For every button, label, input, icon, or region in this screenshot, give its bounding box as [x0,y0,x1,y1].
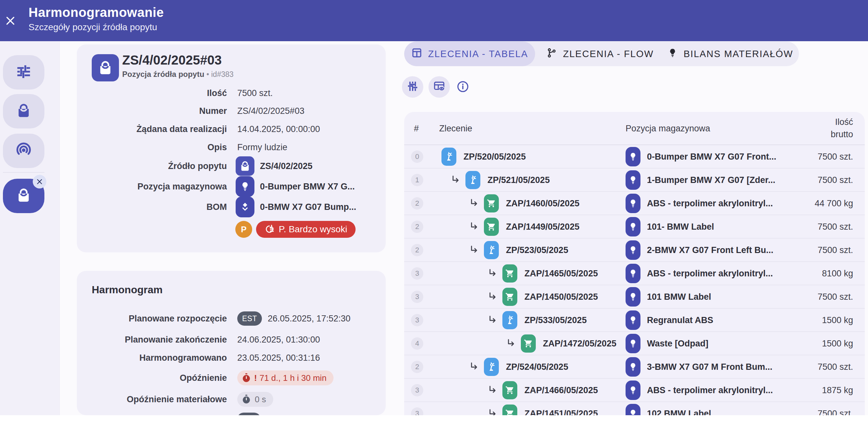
row-number-badge: 3 [411,407,423,415]
planned-end-row: Planowanie zakończenie 24.06.2025, 01:30… [77,331,386,349]
orders-table-header: # Zlecenie Pozycja magazynowa Ilość brut… [404,112,865,145]
tune-icon [15,63,32,81]
stock-item-icon [625,241,641,260]
order-number[interactable]: ZP/524/05/2025 [506,362,568,372]
planned-start-value: 26.05.2025, 17:52:30 [268,314,350,324]
stock-item-name[interactable]: ABS - terpolimer akrylonitryl... [647,385,773,395]
row-indent [441,203,469,204]
order-number[interactable]: ZP/523/05/2025 [506,245,568,255]
left-toolbar [0,41,60,415]
qty-brutto: 7500 szt. [817,238,853,262]
order-type-icon [502,381,517,399]
scheduling-modal: Harmonogramowanie Szczegóły pozycji źród… [0,0,868,423]
table-row[interactable]: 2 ZP/524/05/2025 3-BMW X7 G07 M Front Bu… [404,355,865,378]
bom-link[interactable]: 0-BMW X7 G07 Bump... [260,202,356,212]
stock-item-icon [625,357,641,376]
order-number[interactable]: ZAP/1449/05/2025 [506,222,580,232]
demand-item-icon [92,54,119,81]
col-header-num: # [414,123,419,134]
stock-item-name[interactable]: 0-Bumper BMW X7 G07 Front... [647,152,776,162]
order-number[interactable]: ZAP/1450/05/2025 [524,292,598,302]
qty-brutto: 7500 szt. [817,215,853,238]
table-row[interactable]: 2 ZP/523/05/2025 2-BMW X7 G07 Front Left… [404,238,865,262]
stock-item-name[interactable]: 1-Bumper BMW X7 G07 [Zder... [647,175,775,185]
close-icon[interactable] [4,14,17,27]
sidebar-item-broadcast[interactable] [3,134,44,168]
stock-item-name[interactable]: ABS - terpolimer akrylonitryl... [647,269,773,279]
table-row[interactable]: 3 ZAP/1465/05/2025 ABS - terpolimer akry… [404,262,865,285]
stock-item-icon [625,170,641,190]
order-number[interactable]: ZP/521/05/2025 [488,175,550,185]
material-delay-badge: 0 s [237,392,273,407]
info-icon [457,80,469,94]
sidebar-item-settings[interactable] [3,55,44,89]
stock-item-link[interactable]: 0-Bumper BMW X7 G... [260,182,355,192]
field-bom: BOM 0-BMW X7 G07 Bump... [77,198,386,216]
order-number[interactable]: ZP/533/05/2025 [524,315,587,326]
stock-item-name[interactable]: 2-BMW X7 G07 Front Left Bu... [647,245,773,255]
stock-item-icon [236,176,254,197]
qty-brutto: 7500 szt. [817,355,853,378]
row-indent [441,367,469,367]
demand-item-id: id#383 [211,70,234,79]
priority-change-icon [265,224,275,234]
qty-brutto: 8100 kg [822,262,853,285]
column-visibility-button[interactable] [429,76,450,97]
info-button[interactable] [456,81,469,94]
stock-item-name[interactable]: Waste [Odpad] [647,339,709,349]
field-stock-item: Pozycja magazynowa 0-Bumper BMW X7 G... [77,177,386,196]
next-badge-partial [237,413,260,415]
stock-item-name[interactable]: ABS - terpolimer akrylonitryl... [647,199,773,208]
tab-zlecenia-flow[interactable]: ZLECENIA - FLOW [546,41,654,66]
stock-item-name[interactable]: 101 BMW Label [647,292,711,302]
order-number[interactable]: ZAP/1466/05/2025 [524,385,598,395]
tab-zlecenia-tabela[interactable]: ZLECENIA - TABELA [404,41,535,66]
qty-brutto: 1875 kg [822,378,853,402]
order-number[interactable]: ZAP/1472/05/2025 [543,339,617,349]
row-number-badge: 3 [411,267,423,280]
tab-bilans-materialow[interactable]: BILANS MATERIAŁÓW [668,41,793,66]
planned-start-row: Planowane rozpoczęcie EST 26.05.2025, 17… [77,309,386,328]
table-row[interactable]: 4 ZAP/1472/05/2025 Waste [Odpad] 1500 kg [404,332,865,355]
qty-brutto: 1500 kg [822,332,853,355]
est-badge: EST [237,311,262,326]
stock-item-icon [625,287,641,307]
stock-item-name[interactable]: 3-BMW X7 G07 M Front Bum... [647,362,772,372]
row-number-badge: 2 [411,361,423,373]
demand-source-link[interactable]: ZS/4/02/2025 [260,161,312,171]
qty-brutto: 7500 szt. [817,402,853,415]
row-number-badge: 2 [411,197,423,209]
order-number[interactable]: ZAP/1465/05/2025 [524,269,598,279]
shopping-bag-icon [236,157,254,176]
row-number-badge: 2 [411,244,423,256]
table-row[interactable]: 2 ZAP/1449/05/2025 101- BMW Label 7500 s… [404,215,865,238]
order-number[interactable]: ZP/520/05/2025 [464,152,526,162]
order-number[interactable]: ZAP/1460/05/2025 [506,199,580,208]
field-demand-source: Źródło popytu ZS/4/02/2025 [77,157,386,175]
field-quantity: Ilość 7500 szt. [77,84,386,102]
sidebar-item-demand[interactable] [3,94,44,129]
table-row[interactable]: 2 ZAP/1460/05/2025 ABS - terpolimer akry… [404,192,865,215]
shopping-bag-icon [15,187,32,205]
table-row[interactable]: 3 ZAP/1466/05/2025 ABS - terpolimer akry… [404,378,865,402]
order-number[interactable]: ZAP/1451/05/2025 [524,409,598,416]
child-arrow-icon [488,268,498,279]
table-row[interactable]: 3 ZAP/1451/05/2025 102 BMW Label 7500 sz… [404,402,865,415]
table-row[interactable]: 0 ZP/520/05/2025 0-Bumper BMW X7 G07 Fro… [404,145,865,168]
lightbulb-icon [668,48,678,60]
table-row[interactable]: 3 ZAP/1450/05/2025 101 BMW Label 7500 sz… [404,285,865,309]
stock-item-icon [625,310,641,330]
table-row[interactable]: 1 ZP/521/05/2025 1-Bumper BMW X7 G07 [Zd… [404,168,865,192]
stock-item-name[interactable]: 101- BMW Label [647,222,714,232]
field-number: Numer ZS/4/02/2025#03 [77,102,386,120]
stock-item-name[interactable]: 102 BMW Label [647,409,711,416]
table-row[interactable]: 3 ZP/533/05/2025 Regranulat ABS 1500 kg [404,309,865,332]
row-number-badge: 2 [411,221,423,233]
close-context-icon[interactable] [33,175,46,189]
filter-settings-button[interactable] [402,76,423,97]
row-number-badge: 0 [411,150,423,163]
order-type-icon [484,218,499,236]
stock-item-name[interactable]: Regranulat ABS [647,315,713,326]
demand-item-card: ZS/4/02/2025#03 Pozycja źródła popytu • … [77,45,386,252]
delay-badge: ! 71 d., 1 h i 30 min [237,370,334,385]
